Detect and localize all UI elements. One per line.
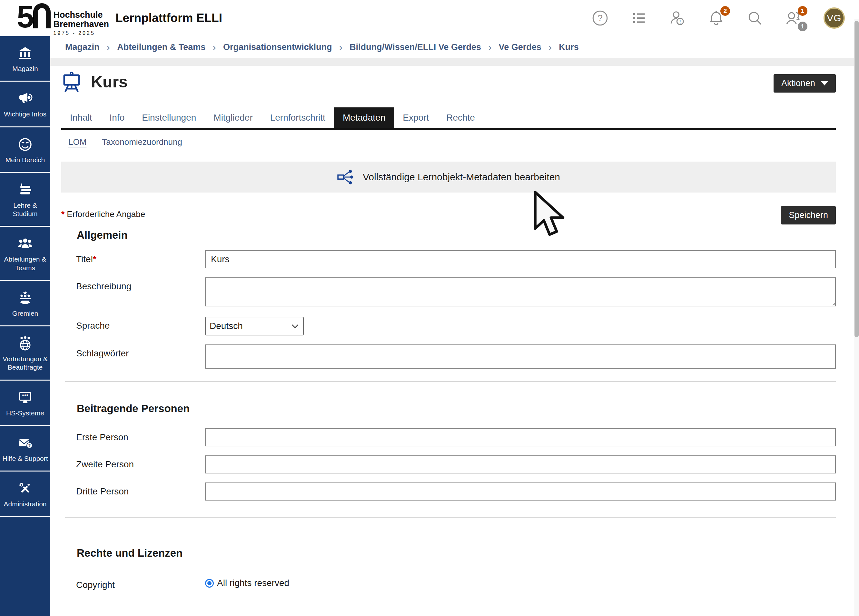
sidebar-item-hilfe-support[interactable]: ? Hilfe & Support bbox=[0, 426, 50, 472]
schlagwoerter-label: Schlagwörter bbox=[61, 344, 205, 369]
breadcrumb-item-magazin[interactable]: Magazin bbox=[65, 42, 100, 52]
schlagwoerter-input[interactable] bbox=[205, 344, 836, 369]
page-background-strip bbox=[50, 58, 854, 66]
section-heading-beitragende: Beitragende Personen bbox=[77, 402, 836, 415]
section-heading-allgemein: Allgemein bbox=[77, 229, 836, 241]
subtab-taxonomiezuordnung[interactable]: Taxonomiezuordnung bbox=[102, 137, 182, 148]
books-icon bbox=[1, 182, 49, 198]
contacts-badge-secondary: 1 bbox=[798, 22, 807, 31]
banner-label: Vollständige Lernobjekt-Metadaten bearbe… bbox=[363, 172, 560, 183]
sidebar-item-gremien[interactable]: Gremien bbox=[0, 281, 50, 327]
sidebar-item-magazin[interactable]: Magazin bbox=[0, 36, 50, 81]
breadcrumb-item-abteilungen-teams[interactable]: Abteilungen & Teams bbox=[117, 42, 205, 52]
monitor-icon: *** bbox=[1, 389, 49, 406]
committee-icon bbox=[1, 290, 49, 306]
sidebar-item-hs-systeme[interactable]: *** HS-Systeme bbox=[0, 381, 50, 426]
sidebar-item-administration[interactable]: Administration bbox=[0, 472, 50, 517]
notifications-button[interactable]: 2 bbox=[708, 9, 725, 27]
chevron-right-icon: › bbox=[339, 41, 342, 53]
svg-text:?: ? bbox=[28, 443, 31, 448]
edit-full-metadata-banner[interactable]: Vollständige Lernobjekt-Metadaten bearbe… bbox=[61, 162, 836, 192]
main-content: Kurs Aktionen Inhalt Info Einstellungen … bbox=[50, 66, 854, 616]
required-asterisk: * bbox=[61, 209, 64, 219]
user-avatar[interactable]: VG bbox=[823, 8, 845, 29]
dritte-person-input[interactable] bbox=[205, 483, 836, 500]
logo-school-line2: Bremerhaven bbox=[53, 20, 109, 29]
notifications-badge: 2 bbox=[720, 6, 730, 16]
tab-inhalt[interactable]: Inhalt bbox=[61, 107, 101, 128]
section-divider bbox=[65, 517, 836, 518]
subtab-lom[interactable]: LOM bbox=[68, 137, 86, 148]
tab-metadaten[interactable]: Metadaten bbox=[334, 107, 394, 128]
bank-icon bbox=[1, 45, 49, 61]
contacts-badge: 1 bbox=[798, 6, 807, 16]
top-header: 5 Hochschule Bremerhaven 1975 - 2025 Ler… bbox=[0, 0, 859, 36]
actions-button[interactable]: Aktionen bbox=[773, 74, 836, 92]
chevron-right-icon: › bbox=[107, 41, 110, 53]
logo-school-line1: Hochschule bbox=[53, 10, 109, 20]
scrollbar-thumb[interactable] bbox=[854, 20, 859, 337]
breadcrumb-item-bildung-wissen[interactable]: Bildung/Wissen/ELLI Ve Gerdes bbox=[350, 42, 481, 52]
subtab-bar: LOM Taxonomiezuordnung bbox=[61, 137, 836, 148]
tab-einstellungen[interactable]: Einstellungen bbox=[133, 107, 205, 128]
breadcrumb-item-kurs[interactable]: Kurs bbox=[559, 42, 579, 52]
erste-person-input[interactable] bbox=[205, 428, 836, 446]
breadcrumb-item-ve-gerdes[interactable]: Ve Gerdes bbox=[499, 42, 541, 52]
metadata-hub-icon bbox=[337, 168, 355, 186]
chevron-down-icon bbox=[292, 324, 298, 328]
tab-info[interactable]: Info bbox=[101, 107, 133, 128]
logo-arch-icon bbox=[33, 3, 51, 28]
zweite-person-input[interactable] bbox=[205, 455, 836, 474]
sprache-label: Sprache bbox=[61, 317, 205, 335]
svg-text:!: ! bbox=[679, 19, 681, 25]
section-heading-rechte: Rechte und Lizenzen bbox=[77, 547, 836, 559]
logo-50-mark: 5 bbox=[17, 2, 51, 31]
megaphone-icon bbox=[1, 91, 49, 107]
help-button[interactable]: ? bbox=[591, 9, 609, 27]
sidebar-item-wichtige-infos[interactable]: Wichtige Infos bbox=[0, 81, 50, 127]
scrollbar-track[interactable] bbox=[854, 19, 859, 616]
required-asterisk: * bbox=[93, 254, 97, 264]
globe-people-icon bbox=[1, 335, 49, 352]
dritte-person-label: Dritte Person bbox=[61, 483, 205, 500]
copyright-radio[interactable] bbox=[205, 579, 214, 588]
beschreibung-textarea[interactable] bbox=[205, 277, 836, 306]
awareness-button[interactable]: ! bbox=[669, 9, 686, 27]
main-menu-button[interactable] bbox=[630, 9, 648, 27]
list-icon bbox=[630, 9, 648, 27]
search-button[interactable] bbox=[746, 9, 764, 27]
sidebar-item-vertretungen-beauftragte[interactable]: Vertretungen & Beauftragte bbox=[0, 327, 50, 381]
caret-down-icon bbox=[821, 81, 828, 86]
people-group-icon bbox=[1, 236, 49, 252]
svg-text:?: ? bbox=[598, 13, 603, 23]
copyright-option-label: All rights reserved bbox=[217, 578, 289, 588]
erste-person-label: Erste Person bbox=[61, 428, 205, 446]
tab-export[interactable]: Export bbox=[394, 107, 437, 128]
person-alert-icon: ! bbox=[669, 9, 686, 27]
save-button[interactable]: Speichern bbox=[781, 206, 836, 225]
sprache-select[interactable]: Deutsch bbox=[205, 317, 304, 335]
logo-years: 1975 - 2025 bbox=[53, 30, 109, 36]
main-sidebar: Magazin Wichtige Infos Mein Bereich Lehr… bbox=[0, 36, 50, 616]
titel-label: Titel* bbox=[61, 250, 205, 268]
sidebar-item-lehre-studium[interactable]: Lehre & Studium bbox=[0, 173, 50, 227]
tools-icon bbox=[1, 480, 49, 497]
logo-digit-5: 5 bbox=[17, 2, 33, 31]
contacts-button[interactable]: 1 1 bbox=[785, 9, 802, 27]
zweite-person-label: Zweite Person bbox=[61, 455, 205, 474]
hochschule-bremerhaven-logo[interactable]: 5 Hochschule Bremerhaven 1975 - 2025 bbox=[17, 2, 109, 36]
tab-lernfortschritt[interactable]: Lernfortschritt bbox=[261, 107, 334, 128]
tab-rechte[interactable]: Rechte bbox=[437, 107, 484, 128]
page-title: Kurs bbox=[91, 73, 128, 91]
sidebar-item-mein-bereich[interactable]: Mein Bereich bbox=[0, 127, 50, 173]
beschreibung-label: Beschreibung bbox=[61, 277, 205, 308]
breadcrumb-item-organisationsentwicklung[interactable]: Organisationsentwicklung bbox=[223, 42, 332, 52]
section-divider bbox=[65, 381, 836, 382]
sidebar-item-abteilungen-teams[interactable]: Abteilungen & Teams bbox=[0, 227, 50, 281]
search-icon bbox=[746, 9, 764, 27]
chevron-right-icon: › bbox=[548, 41, 552, 53]
svg-text:***: *** bbox=[22, 393, 28, 399]
tab-mitglieder[interactable]: Mitglieder bbox=[205, 107, 261, 128]
titel-input[interactable] bbox=[205, 250, 836, 268]
chevron-right-icon: › bbox=[488, 41, 492, 53]
